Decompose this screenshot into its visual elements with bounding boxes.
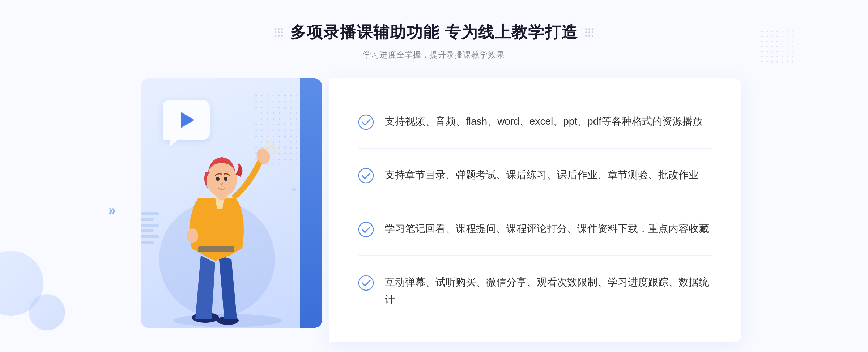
- feature-text-1: 支持视频、音频、flash、word、excel、ppt、pdf等各种格式的资源…: [385, 113, 703, 130]
- feature-item-3: 学习笔记回看、课程提问、课程评论打分、课件资料下载，重点内容收藏: [358, 213, 712, 245]
- content-panel: 支持视频、音频、flash、word、excel、ppt、pdf等各种格式的资源…: [329, 78, 741, 342]
- feature-item-1: 支持视频、音频、flash、word、excel、ppt、pdf等各种格式的资源…: [358, 106, 712, 137]
- header-dots-left: [275, 28, 283, 37]
- feature-text-3: 学习笔记回看、课程提问、课程评论打分、课件资料下载，重点内容收藏: [385, 220, 709, 237]
- header-section: 多项录播课辅助功能 专为线上教学打造: [275, 22, 593, 60]
- page-subtitle: 学习进度全掌握，提升录播课教学效果: [275, 50, 593, 60]
- feature-text-2: 支持章节目录、弹题考试、课后练习、课后作业、章节测验、批改作业: [385, 166, 699, 184]
- svg-point-15: [359, 222, 373, 237]
- header-title-row: 多项录播课辅助功能 专为线上教学打造: [275, 22, 593, 43]
- svg-point-13: [359, 115, 373, 129]
- dot-deco: [281, 28, 283, 30]
- svg-point-4: [187, 228, 198, 243]
- page-title: 多项录播课辅助功能 专为线上教学打造: [290, 22, 578, 43]
- top-right-dots-deco: [760, 29, 796, 65]
- check-circle-icon-1: [358, 114, 374, 130]
- dot-deco: [278, 28, 280, 30]
- dot-deco: [281, 31, 283, 33]
- page-container: 多项录播课辅助功能 专为线上教学打造: [0, 0, 868, 352]
- dot-deco: [275, 28, 276, 30]
- check-circle-icon-3: [358, 222, 374, 237]
- svg-rect-12: [198, 246, 234, 252]
- dot-deco: [592, 35, 593, 37]
- dot-deco: [588, 31, 590, 33]
- dot-deco: [592, 31, 593, 33]
- dot-deco: [588, 28, 590, 30]
- svg-point-14: [359, 168, 373, 183]
- dot-deco: [278, 31, 280, 33]
- feature-item-4: 互动弹幕、试听购买、微信分享、观看次数限制、学习进度跟踪、数据统计: [358, 266, 712, 315]
- chevron-left-icon: »: [109, 203, 116, 218]
- feature-item-2: 支持章节目录、弹题考试、课后练习、课后作业、章节测验、批改作业: [358, 159, 712, 191]
- dot-deco: [278, 35, 280, 37]
- main-content: » »: [127, 78, 741, 342]
- check-circle-icon-2: [358, 168, 374, 184]
- svg-line-9: [266, 143, 275, 151]
- person-figure: [152, 118, 304, 328]
- svg-point-6: [207, 162, 237, 197]
- feature-text-4: 互动弹幕、试听购买、微信分享、观看次数限制、学习进度跟踪、数据统计: [385, 274, 712, 308]
- illustration-bg: »: [141, 78, 322, 328]
- check-circle-icon-4: [358, 275, 374, 291]
- dot-deco: [275, 35, 276, 37]
- svg-point-16: [359, 276, 373, 290]
- dot-deco: [592, 28, 593, 30]
- dot-deco: [585, 28, 587, 30]
- svg-point-8: [224, 177, 227, 181]
- divider-1: [358, 148, 712, 149]
- dot-deco: [281, 35, 283, 37]
- header-dots-right: [585, 28, 593, 37]
- vertical-blue-bar: [300, 78, 322, 328]
- left-circle-small-deco: [29, 294, 65, 330]
- svg-line-10: [268, 150, 278, 154]
- divider-2: [358, 202, 712, 202]
- svg-point-7: [216, 177, 220, 181]
- illustration-panel: » »: [127, 78, 329, 342]
- divider-3: [358, 255, 712, 256]
- dot-deco: [275, 31, 276, 33]
- svg-line-11: [263, 140, 271, 148]
- dot-deco: [585, 31, 587, 33]
- dot-deco: [588, 35, 590, 37]
- dot-deco: [585, 35, 587, 37]
